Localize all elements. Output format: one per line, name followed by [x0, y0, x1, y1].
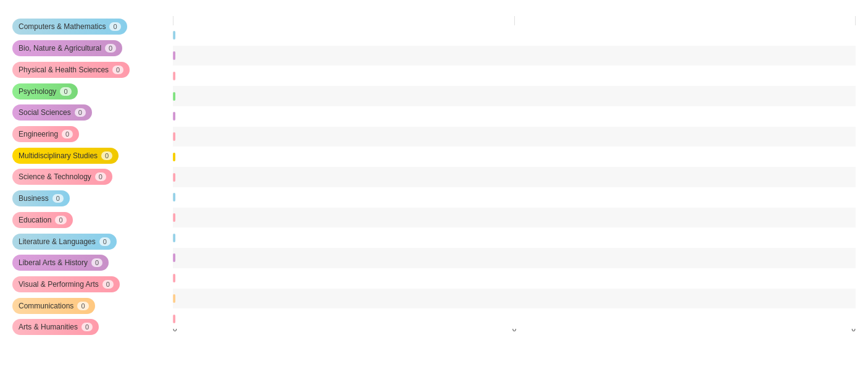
bar-value-0: 0	[109, 22, 120, 31]
bar-value-14: 0	[81, 323, 93, 331]
bar-value-3: 0	[60, 87, 71, 96]
bar-label-pill-5: Engineering0	[12, 126, 79, 142]
plot-bar-row-5	[173, 127, 856, 147]
bar-value-6: 0	[101, 151, 112, 160]
bar-value-11: 0	[91, 258, 102, 267]
bar-label-text-7: Science & Technology	[19, 172, 91, 181]
bar-label-row-8: Business0	[12, 188, 170, 209]
plot-bar-row-14	[173, 308, 856, 329]
bar-value-9: 0	[55, 216, 66, 224]
bar-8	[173, 193, 175, 201]
bar-1	[173, 51, 175, 60]
bar-2	[173, 72, 175, 80]
bar-label-pill-10: Literature & Languages0	[12, 234, 117, 250]
plot-bar-row-9	[173, 208, 856, 228]
bar-value-1: 0	[105, 44, 116, 53]
bar-3	[173, 92, 175, 101]
bar-label-text-12: Visual & Performing Arts	[19, 280, 99, 289]
bar-label-text-4: Social Sciences	[19, 108, 71, 117]
bar-label-text-2: Physical & Health Sciences	[19, 66, 109, 74]
bar-label-pill-8: Business0	[12, 190, 70, 206]
bar-0	[173, 31, 175, 40]
bar-label-text-6: Multidisciplinary Studies	[19, 151, 98, 160]
bar-11	[173, 253, 175, 262]
plot-bar-row-4	[173, 106, 856, 127]
plot-bar-row-7	[173, 167, 856, 187]
bar-label-pill-4: Social Sciences0	[12, 104, 92, 121]
bar-7	[173, 173, 175, 182]
plot-area: 000	[173, 16, 856, 338]
bar-6	[173, 153, 175, 161]
y-axis-labels: Computers & Mathematics0Bio, Nature & Ag…	[12, 16, 173, 338]
bar-label-text-13: Communications	[19, 302, 73, 310]
plot-bar-row-10	[173, 227, 856, 248]
bar-label-text-1: Bio, Nature & Agricultural	[19, 44, 101, 53]
bar-value-4: 0	[75, 108, 86, 117]
bar-label-row-6: Multidisciplinary Studies0	[12, 145, 170, 166]
bar-label-row-10: Literature & Languages0	[12, 231, 170, 252]
bar-label-text-0: Computers & Mathematics	[19, 22, 106, 31]
bar-13	[173, 294, 175, 303]
bar-label-text-14: Arts & Humanities	[19, 323, 78, 331]
plot-bar-row-1	[173, 46, 856, 66]
bar-label-pill-3: Psychology0	[12, 83, 78, 100]
bar-9	[173, 213, 175, 222]
bar-label-row-7: Science & Technology0	[12, 166, 170, 187]
bar-label-text-9: Education	[19, 216, 51, 224]
chart-container: Computers & Mathematics0Bio, Nature & Ag…	[0, 0, 868, 390]
bar-value-8: 0	[52, 194, 64, 203]
bar-label-row-11: Liberal Arts & History0	[12, 252, 170, 273]
bar-label-row-4: Social Sciences0	[12, 102, 170, 123]
bar-label-pill-1: Bio, Nature & Agricultural0	[12, 40, 122, 56]
bar-label-text-10: Literature & Languages	[19, 237, 96, 246]
plot-bar-row-11	[173, 248, 856, 268]
bar-label-text-8: Business	[19, 194, 49, 203]
bar-label-pill-13: Communications0	[12, 298, 95, 314]
bar-label-pill-0: Computers & Mathematics0	[12, 19, 127, 35]
bar-label-row-5: Engineering0	[12, 124, 170, 145]
bar-label-pill-9: Education0	[12, 212, 73, 228]
bar-label-text-5: Engineering	[19, 130, 58, 138]
chart-area: Computers & Mathematics0Bio, Nature & Ag…	[12, 16, 856, 338]
bar-value-10: 0	[99, 237, 111, 246]
plot-bar-row-12	[173, 268, 856, 289]
bar-label-text-11: Liberal Arts & History	[19, 258, 88, 267]
bar-label-row-1: Bio, Nature & Agricultural0	[12, 38, 170, 59]
bar-4	[173, 112, 175, 121]
bar-label-pill-11: Liberal Arts & History0	[12, 255, 109, 271]
bar-label-row-12: Visual & Performing Arts0	[12, 274, 170, 295]
plot-bar-row-2	[173, 66, 856, 86]
bar-label-row-13: Communications0	[12, 295, 170, 316]
bar-12	[173, 274, 175, 282]
bar-label-pill-2: Physical & Health Sciences0	[12, 62, 130, 78]
bar-value-13: 0	[77, 302, 88, 310]
plot-bar-row-6	[173, 146, 856, 167]
bar-label-pill-12: Visual & Performing Arts0	[12, 276, 120, 292]
bar-label-row-2: Physical & Health Sciences0	[12, 59, 170, 80]
bar-value-7: 0	[95, 172, 106, 181]
bar-label-text-3: Psychology	[19, 87, 56, 96]
bar-label-row-0: Computers & Mathematics0	[12, 16, 170, 37]
bar-label-row-3: Psychology0	[12, 81, 170, 102]
plot-bar-row-13	[173, 289, 856, 309]
bar-5	[173, 132, 175, 141]
bar-label-pill-14: Arts & Humanities0	[12, 319, 99, 335]
plot-bar-row-8	[173, 187, 856, 208]
bar-label-row-9: Education0	[12, 210, 170, 231]
bar-label-pill-7: Science & Technology0	[12, 169, 112, 185]
plot-bar-row-0	[173, 25, 856, 46]
bar-value-12: 0	[102, 280, 114, 289]
bar-value-5: 0	[62, 130, 73, 138]
bar-14	[173, 315, 175, 323]
bar-label-row-14: Arts & Humanities0	[12, 316, 170, 337]
bar-10	[173, 234, 175, 242]
plot-bar-row-3	[173, 86, 856, 106]
bar-value-2: 0	[112, 66, 123, 74]
bar-label-pill-6: Multidisciplinary Studies0	[12, 148, 119, 164]
